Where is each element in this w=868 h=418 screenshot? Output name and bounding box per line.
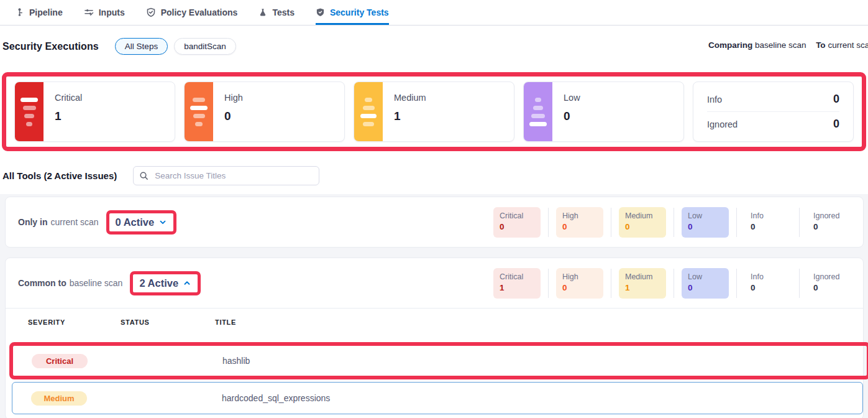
low-severity-bars-icon <box>524 82 552 141</box>
search-icon <box>139 171 148 180</box>
card-label: Medium <box>394 93 426 103</box>
issue-row-hardcoded-sql-expressions[interactable]: Medium hardcoded_sql_expressions <box>12 382 863 414</box>
tab-inputs[interactable]: Inputs <box>84 0 125 25</box>
comparing-baseline-value: baseline scan <box>755 40 806 50</box>
comparison-groups: Only in current scan 0 Active Critical0 … <box>0 194 868 418</box>
tab-security-tests[interactable]: Security Tests <box>316 0 389 25</box>
issues-table-header: SEVERITY STATUS TITLE <box>6 309 863 336</box>
tab-policy-evaluations[interactable]: Policy Evaluations <box>146 0 238 25</box>
all-tools-header: All Tools (2 Active Issues) <box>0 166 868 185</box>
tab-label: Tests <box>272 7 295 17</box>
group-only-in-current-scan: Only in current scan 0 Active Critical0 … <box>5 197 864 248</box>
tab-bar: Pipeline Inputs Policy Evaluations Tests… <box>0 0 868 26</box>
security-executions-header: Security Executions All Steps banditScan… <box>0 26 868 62</box>
info-label: Info <box>707 95 722 104</box>
annotation-severity-summary: Critical 1 High 0 Medium 1 <box>2 72 866 151</box>
group-prefix: Common to <box>18 278 66 288</box>
active-count-dropdown[interactable]: 2 Active <box>133 274 198 292</box>
severity-card-critical: Critical 1 <box>14 81 175 142</box>
tab-label: Inputs <box>99 7 125 17</box>
issue-title: hashlib <box>222 356 867 366</box>
filter-pill-all-steps[interactable]: All Steps <box>115 38 168 55</box>
severity-badge-medium: Medium <box>31 391 87 406</box>
chip-low: Low0 <box>682 207 729 238</box>
card-label: High <box>224 93 243 103</box>
group-prefix: Only in <box>18 217 47 227</box>
search-input[interactable] <box>133 166 319 185</box>
policy-shield-check-icon <box>146 7 156 17</box>
all-tools-title: All Tools (2 Active Issues) <box>2 170 117 181</box>
card-label: Low <box>564 93 580 103</box>
comparing-current-value: current scan <box>828 40 868 50</box>
chip-high: High0 <box>556 268 603 299</box>
group-common-to-baseline-scan: Common to baseline scan 2 Active Critica… <box>5 258 864 418</box>
ignored-row: Ignored 0 <box>707 112 839 136</box>
pipeline-icon <box>15 7 24 17</box>
tab-tests[interactable]: Tests <box>258 0 295 25</box>
tab-label: Pipeline <box>29 7 63 17</box>
active-count-label: 2 Active <box>139 277 178 289</box>
chip-low: Low0 <box>682 268 729 299</box>
active-count-label: 0 Active <box>116 216 155 228</box>
search-box[interactable] <box>133 166 319 185</box>
tab-label: Security Tests <box>330 7 389 17</box>
group-header: Only in current scan 0 Active Critical0 … <box>6 197 863 247</box>
card-count: 1 <box>55 109 82 123</box>
severity-card-low: Low 0 <box>523 81 684 142</box>
tab-label: Policy Evaluations <box>161 7 238 17</box>
severity-chips: Critical1 High0 Medium1 Low0 Info0 Ignor… <box>493 268 854 299</box>
tab-pipeline[interactable]: Pipeline <box>15 0 63 25</box>
chip-ignored: Ignored0 <box>807 207 854 238</box>
chevron-up-icon <box>183 279 191 287</box>
ignored-count: 0 <box>833 118 839 131</box>
issue-title: hardcoded_sql_expressions <box>222 393 862 403</box>
page-title: Security Executions <box>2 41 99 52</box>
severity-card-medium: Medium 1 <box>354 81 514 142</box>
chip-critical: Critical1 <box>493 268 541 299</box>
info-ignored-card: Info 0 Ignored 0 <box>693 81 854 142</box>
group-scope: current scan <box>50 217 98 227</box>
medium-severity-bars-icon <box>354 82 383 141</box>
info-row: Info 0 <box>707 87 839 111</box>
chip-info: Info0 <box>744 268 792 299</box>
chip-critical: Critical0 <box>493 207 541 238</box>
flask-icon <box>258 7 267 17</box>
severity-cards-row: Critical 1 High 0 Medium 1 <box>14 81 854 142</box>
chevron-down-icon <box>158 218 167 226</box>
severity-chips: Critical0 High0 Medium0 Low0 Info0 Ignor… <box>493 207 854 238</box>
column-title: TITLE <box>215 318 863 326</box>
annotation-critical-row: Critical hashlib <box>9 342 868 379</box>
annotation-active-dropdown: 2 Active <box>130 271 201 295</box>
chip-high: High0 <box>556 207 603 238</box>
column-severity: SEVERITY <box>28 318 121 326</box>
comparing-info: Comparing baseline scan To current scan <box>708 40 868 50</box>
chip-medium: Medium0 <box>619 207 666 238</box>
critical-severity-bars-icon <box>15 82 43 141</box>
ignored-label: Ignored <box>707 119 738 129</box>
column-status: STATUS <box>121 318 215 326</box>
group-scope: baseline scan <box>70 278 123 288</box>
high-severity-bars-icon <box>185 82 213 141</box>
comparing-label: Comparing <box>708 40 752 50</box>
chip-medium: Medium1 <box>619 268 666 299</box>
card-label: Critical <box>55 93 82 103</box>
info-count: 0 <box>833 93 839 106</box>
annotation-active-dropdown: 0 Active <box>106 210 177 235</box>
card-count: 1 <box>394 109 426 123</box>
group-header: Common to baseline scan 2 Active Critica… <box>6 258 863 308</box>
comparing-to-label: To <box>816 40 826 50</box>
card-count: 0 <box>564 109 580 123</box>
severity-card-high: High 0 <box>184 81 345 142</box>
issue-row-hashlib[interactable]: Critical hashlib <box>13 346 867 376</box>
filter-pill-banditscan[interactable]: banditScan <box>174 38 236 55</box>
card-count: 0 <box>224 109 243 123</box>
chip-info: Info0 <box>744 207 792 238</box>
severity-badge-critical: Critical <box>32 354 88 368</box>
active-count-dropdown[interactable]: 0 Active <box>109 213 174 231</box>
security-shield-icon <box>316 7 325 17</box>
chip-ignored: Ignored0 <box>807 268 854 299</box>
inputs-icon <box>84 7 94 17</box>
